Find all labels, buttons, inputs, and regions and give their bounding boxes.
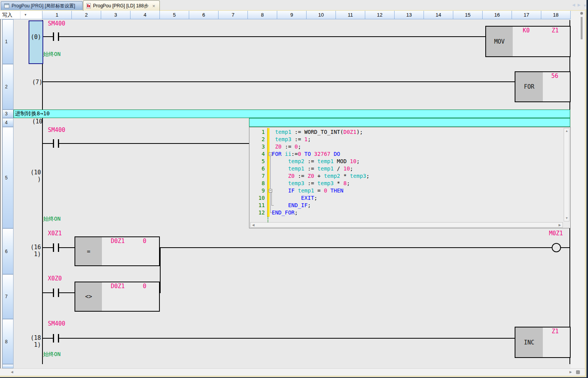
row-header-blank xyxy=(2,364,14,368)
dropdown-icon[interactable]: ▼ xyxy=(24,13,27,17)
tab-label: ProgPou [PRG] [局部标签设置] xyxy=(12,3,75,9)
st-code-line[interactable]: EXIT; xyxy=(272,195,317,201)
tab-progpou-ladder[interactable]: ProgPou [PRG] [LD] 188步 × xyxy=(83,0,160,11)
selected-cell[interactable]: (0) xyxy=(29,20,43,64)
row-header-8[interactable]: 8 xyxy=(2,319,14,364)
column-header-14: 14 xyxy=(424,11,453,19)
scrollbar-thumb[interactable] xyxy=(581,17,583,39)
st-line-number: 5 xyxy=(250,158,265,164)
row-header-5[interactable]: 5 xyxy=(2,127,14,228)
column-header-16: 16 xyxy=(483,11,512,19)
grid-column-header: 写入 ▼ 123456789101112131415161718 xyxy=(0,11,588,19)
tab-label: ProgPou [PRG] [LD] 188步 xyxy=(93,3,148,9)
fold-guide xyxy=(270,213,273,213)
tab-scroll-right-icon[interactable]: ▶ xyxy=(578,3,581,7)
close-icon[interactable]: × xyxy=(152,3,155,8)
device-label: X0Z1 xyxy=(48,230,62,237)
no-contact-sm400[interactable] xyxy=(51,32,61,41)
fold-guide xyxy=(270,155,271,213)
no-contact-x0z1[interactable] xyxy=(51,243,61,252)
st-code-line[interactable]: temp1 := temp1 / 10; xyxy=(272,165,353,172)
st-code-line[interactable]: temp2 := temp1 MOD 10; xyxy=(272,158,360,164)
row-header-1[interactable]: 1 xyxy=(2,19,14,64)
column-header-12: 12 xyxy=(365,11,395,19)
no-contact-x0z0[interactable] xyxy=(51,289,61,297)
st-code-line[interactable]: FOR ii:=0 TO 32767 DO xyxy=(272,151,340,157)
row-header-6[interactable]: 6 xyxy=(2,228,14,274)
instruction-name-cell: FOR xyxy=(515,72,543,101)
row-header-3[interactable]: 3 xyxy=(2,110,14,118)
horizontal-scrollbar[interactable]: ◀ ▶ xyxy=(0,368,588,376)
resize-grip[interactable] xyxy=(576,370,580,374)
tab-scroll-left-icon[interactable]: ◀ xyxy=(572,3,575,7)
column-header-5: 5 xyxy=(160,11,189,19)
column-header-3: 3 xyxy=(101,11,130,19)
no-contact-sm400[interactable] xyxy=(51,139,61,148)
device-label: SM400 xyxy=(48,20,65,27)
wire xyxy=(42,338,515,339)
scroll-left-icon[interactable]: ◀ xyxy=(252,224,254,227)
scroll-up-icon[interactable]: ▲ xyxy=(565,130,568,133)
st-line-number: 11 xyxy=(250,202,265,208)
column-header-4: 4 xyxy=(130,11,160,19)
column-header-13: 13 xyxy=(395,11,424,19)
row-header-2[interactable]: 2 xyxy=(2,64,14,110)
row-header-7[interactable]: 7 xyxy=(2,274,14,319)
st-line-number: 10 xyxy=(250,195,265,201)
mode-selector[interactable]: 写入 ▼ xyxy=(0,11,42,19)
scroll-right-icon[interactable]: ▶ xyxy=(569,371,572,374)
instruction-box-mov[interactable]: MOV K0 Z1 xyxy=(485,26,571,57)
column-header-18: 18 xyxy=(541,11,571,19)
inline-st-editor[interactable]: temp1 := WORD_TO_INT(D0Z1); temp3 := 1; … xyxy=(249,127,571,228)
ladder-editor-icon xyxy=(86,3,91,8)
fold-guide xyxy=(271,205,274,206)
device-label: X0Z0 xyxy=(48,275,62,282)
device-label: SM400 xyxy=(48,320,65,327)
inline-st-title-strip[interactable] xyxy=(249,118,570,127)
line-statement[interactable]: 进制转换8⇒10 xyxy=(14,110,570,118)
scroll-down-icon[interactable]: ▼ xyxy=(565,217,568,220)
st-code-line[interactable]: END_FOR; xyxy=(272,209,298,216)
st-code-line[interactable]: temp1 := WORD_TO_INT(D0Z1); xyxy=(272,129,363,135)
operand: D0Z1 xyxy=(111,238,125,245)
instruction-box-for[interactable]: FOR 56 xyxy=(515,71,571,102)
wire xyxy=(160,247,552,248)
st-vertical-scrollbar[interactable]: ▲ ▼ xyxy=(564,128,569,221)
instruction-name-cell: INC xyxy=(515,327,543,357)
st-code-line[interactable]: IF temp1 = 0 THEN xyxy=(272,187,344,194)
fold-marker-icon[interactable] xyxy=(269,152,272,156)
operand: Z1 xyxy=(552,328,559,335)
operand: 0 xyxy=(143,283,146,290)
operand: 56 xyxy=(551,73,558,79)
step-number: (10 xyxy=(25,169,41,176)
row-header-4[interactable]: 4 xyxy=(2,118,14,127)
fold-guide xyxy=(271,192,272,205)
st-code-line[interactable]: temp3 := temp3 * 8; xyxy=(272,180,350,186)
st-code-line[interactable]: Z0 := Z0 + temp2 * temp3; xyxy=(272,173,369,179)
scroll-right-icon[interactable]: ▶ xyxy=(559,224,561,227)
no-contact-sm400[interactable] xyxy=(51,334,61,343)
tab-progpou-local-labels[interactable]: ProgPou [PRG] [局部标签设置] xyxy=(1,1,83,10)
step-number: (16 xyxy=(25,244,41,251)
instruction-box-inc[interactable]: INC Z1 xyxy=(515,327,571,358)
divider xyxy=(20,11,20,19)
compare-box-ne[interactable]: <> D0Z1 0 xyxy=(75,282,160,312)
st-code-line[interactable]: END_IF; xyxy=(272,202,311,208)
instruction-name-cell: <> xyxy=(75,282,102,311)
step-number: ) xyxy=(25,176,41,183)
device-comment: 始终ON xyxy=(43,216,61,223)
edited-lines-bar xyxy=(267,128,269,217)
output-coil[interactable] xyxy=(552,243,561,252)
step-number: (18 xyxy=(25,334,41,341)
st-code-line[interactable]: temp3 := 1; xyxy=(272,136,311,142)
st-line-number: 4 xyxy=(250,151,265,157)
fold-marker-icon[interactable] xyxy=(269,189,272,192)
st-code-line[interactable]: Z0 := 0; xyxy=(272,143,301,150)
compare-box-eq[interactable]: = D0Z1 0 xyxy=(75,236,160,266)
window-frame xyxy=(586,0,588,378)
st-horizontal-scrollbar[interactable]: ◀ ▶ xyxy=(250,222,563,228)
column-header-2: 2 xyxy=(72,11,101,19)
scroll-left-icon[interactable]: ◀ xyxy=(11,371,13,374)
wire xyxy=(561,247,570,248)
column-header-15: 15 xyxy=(453,11,483,19)
